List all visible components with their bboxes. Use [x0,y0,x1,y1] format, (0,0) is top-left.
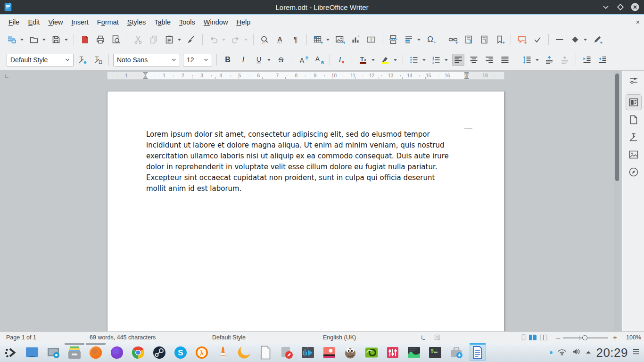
draw-functions-button[interactable]: + [591,33,603,46]
close-document-button[interactable]: × [636,18,640,26]
font-size-combobox[interactable]: 12 [183,54,212,66]
line-spacing-button[interactable] [521,54,533,66]
menu-view[interactable]: View [44,16,67,28]
insert-chart-button[interactable]: + [349,33,362,46]
insert-line-button[interactable] [553,33,566,46]
tab-stop-type-selector[interactable] [4,73,9,81]
new-style-button[interactable]: T [92,54,104,66]
zoom-in-button[interactable]: + [613,333,617,341]
insert-page-break-button[interactable] [387,33,399,46]
styles-tab[interactable]: T [626,130,641,145]
system-monitor[interactable] [406,345,421,360]
insert-mode-icon[interactable]: I [419,334,426,341]
underline-button[interactable]: U [253,54,265,66]
insert-footnote-button[interactable]: 1 [462,33,475,46]
insert-table-button[interactable]: + [312,33,324,46]
word-count[interactable]: 69 words, 445 characters [90,334,156,341]
menu-tools[interactable]: Tools [175,16,199,28]
sidebar-settings-button[interactable] [626,73,641,88]
new-document-button[interactable] [6,33,18,46]
underline-button-dropdown[interactable] [266,54,272,66]
navigator-tab[interactable] [626,165,641,180]
libreoffice[interactable] [258,345,273,360]
app-launcher[interactable] [3,345,18,360]
increase-paragraph-spacing-button[interactable] [543,54,555,66]
image-editor[interactable] [279,345,294,360]
decrease-indent-button[interactable] [596,54,609,66]
find-replace-button[interactable] [258,33,271,46]
superscript-button[interactable]: AB [297,54,309,66]
insert-bookmark-button[interactable]: + [494,33,506,46]
book-view-button[interactable] [539,334,548,341]
maximize-button[interactable] [616,3,625,11]
left-indent-marker[interactable] [143,72,148,81]
paste-button-dropdown[interactable] [177,33,182,46]
half-life[interactable]: λ [194,345,209,360]
media-player[interactable] [300,345,315,360]
zoom-out-button[interactable]: – [556,333,560,341]
strikethrough-button[interactable]: S [275,54,287,66]
clone-formatting-button[interactable] [185,33,198,46]
clear-formatting-button[interactable]: I [335,54,347,66]
clock[interactable]: 20:29 [596,346,628,360]
document-modified-icon[interactable] [434,334,441,341]
insert-field-button[interactable] [403,33,415,46]
terminal[interactable]: $ [428,345,443,360]
highlight-color-button-dropdown[interactable] [393,54,398,66]
virtual-desktop[interactable] [25,345,40,360]
text-language[interactable]: English (UK) [323,334,356,341]
menu-format[interactable]: Format [93,16,123,28]
menu-file[interactable]: File [4,16,24,28]
insert-field-button-dropdown[interactable] [416,33,421,46]
file-manager[interactable] [67,345,82,360]
minimize-button[interactable] [602,3,610,11]
firefox-nightly[interactable] [109,345,124,360]
firefox[interactable] [88,345,103,360]
print-preview-button[interactable] [110,33,122,46]
multi-page-view-button[interactable] [528,334,537,341]
page-style[interactable]: Default Style [212,334,246,341]
menu-table[interactable]: Table [150,16,175,28]
update-style-button[interactable]: T [76,54,89,66]
vertical-scrollbar[interactable] [614,71,620,331]
insert-text-box-button[interactable]: T [365,33,377,46]
panel-settings-icon[interactable] [632,348,640,357]
wifi-icon[interactable] [557,347,567,358]
insert-image-button[interactable]: + [334,33,346,46]
subscript-button[interactable]: AB [313,54,325,66]
nvidia-settings[interactable] [364,345,379,360]
undo-button-dropdown[interactable] [221,33,226,46]
gimp[interactable] [343,345,358,360]
close-button[interactable] [631,3,639,11]
italic-button[interactable]: I [237,54,249,66]
menu-insert[interactable]: Insert [67,16,93,28]
gallery-tab[interactable] [626,147,641,162]
scrollbar-thumb[interactable] [615,74,619,181]
chrome[interactable] [131,345,146,360]
new-document-button-dropdown[interactable] [19,33,25,46]
unordered-list-button[interactable] [408,54,420,66]
paste-button[interactable] [163,33,175,46]
menu-edit[interactable]: Edit [24,16,44,28]
ordered-list-button-dropdown[interactable] [444,54,449,66]
save-button[interactable] [50,33,62,46]
line-spacing-button-dropdown[interactable] [535,54,540,66]
vlc[interactable] [215,345,231,360]
menu-help[interactable]: Help [232,16,255,28]
crescent-app[interactable] [237,345,252,360]
font-name-combobox[interactable]: Noto Sans [113,54,180,66]
bold-button[interactable]: B [222,54,234,66]
audio-mixer[interactable] [385,345,400,360]
spelling-button[interactable]: A [274,33,286,46]
formatting-marks-button[interactable]: ¶ [289,33,302,46]
tray-expand-icon[interactable] [585,348,592,357]
insert-hyperlink-button[interactable]: + [447,33,459,46]
menu-window[interactable]: Window [199,16,232,28]
properties-tab[interactable] [626,95,641,110]
font-color-button[interactable]: T [357,54,369,66]
basic-shapes-button-dropdown[interactable] [583,33,588,46]
open-button[interactable] [28,33,40,46]
menu-styles[interactable]: Styles [123,16,150,28]
insert-comment-button[interactable]: + [516,33,528,46]
ordered-list-button[interactable]: 123 [430,54,442,66]
